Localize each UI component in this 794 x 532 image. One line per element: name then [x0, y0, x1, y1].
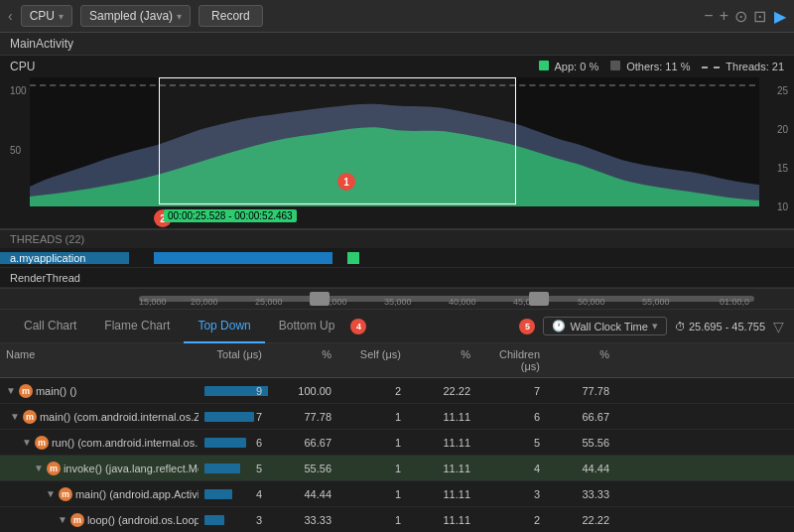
expand-arrow-3[interactable]: ▼ [34, 463, 44, 473]
sample-arrow-icon: ▾ [177, 11, 182, 22]
row-4-self-pct: 11.11 [407, 486, 476, 502]
main-activity-label: MainActivity [10, 37, 73, 51]
annotation-badge-1: 1 [337, 173, 355, 191]
total-bar-1 [204, 412, 254, 422]
table-row[interactable]: ▼ m main() (android.app.ActivityThread) … [0, 481, 794, 507]
row-5-children-pct: 22.22 [546, 512, 615, 528]
row-1-total-pct: 77.78 [268, 409, 337, 425]
row-5-self-pct: 11.11 [407, 512, 476, 528]
legend-threads: Threads: 21 [702, 61, 784, 72]
play-icon[interactable]: ▶ [774, 7, 786, 26]
row-0-total: 9 [198, 383, 268, 399]
tabs-row: Call Chart Flame Chart Top Down Bottom U… [0, 310, 794, 343]
table-row[interactable]: ▼ m main() (com.android.internal.os.Zygo… [0, 404, 794, 430]
ruler-tick-7: 50,000 [578, 297, 605, 307]
app-color-dot [539, 61, 549, 70]
tab-bottom-up[interactable]: Bottom Up [265, 310, 349, 343]
cpu-dropdown-label: CPU [30, 9, 55, 23]
ruler-tick-5: 40,000 [449, 297, 476, 307]
zoom-in-icon[interactable]: + [720, 7, 728, 25]
annotation-badge-4: 4 [350, 319, 366, 334]
top-bar: ‹ CPU ▾ Sampled (Java) ▾ Record − + ⊙ ⊡ … [0, 0, 794, 33]
sample-method-dropdown[interactable]: Sampled (Java) ▾ [80, 5, 191, 27]
threads-section: THREADS (22) a.myapplication RenderThrea… [0, 229, 794, 288]
total-bar-5 [204, 515, 224, 525]
clock-filter: 🕐 Wall Clock Time ▾ ⏱ 25.695 - 45.755 ▽ [543, 317, 784, 335]
right-nums: 25 20 15 10 5 [777, 85, 788, 229]
row-1-total: 7 [198, 409, 268, 425]
row-3-name: ▼ m invoke() (java.lang.reflect.Method) … [0, 459, 198, 478]
bottom-section: Call Chart Flame Chart Top Down Bottom U… [0, 310, 794, 532]
col-children-header: Children (μs) [476, 346, 546, 374]
m-badge-0: m [19, 384, 33, 398]
row-4-self: 1 [337, 486, 407, 502]
fit-icon[interactable]: ⊙ [734, 7, 747, 26]
ruler-tick-3: 30,000 [320, 297, 347, 307]
row-5-total: 3 [198, 512, 268, 528]
row-2-name: ▼ m run() (com.android.internal.os.Runti… [0, 434, 198, 452]
layout-icon[interactable]: ⊡ [753, 7, 766, 26]
row-3-self: 1 [337, 461, 407, 476]
col-children-pct-header: % [546, 346, 615, 374]
wall-clock-dropdown[interactable]: 🕐 Wall Clock Time ▾ [543, 317, 666, 335]
row-0-name: ▼ m main() () [0, 382, 198, 400]
timeline-ruler: 15,000 20,000 25,000 30,000 35,000 40,00… [0, 288, 794, 310]
legend-app: App: 0 % [539, 61, 598, 72]
row-0-self: 2 [337, 383, 407, 399]
row-5-self: 1 [337, 512, 407, 528]
expand-arrow-0[interactable]: ▼ [6, 385, 16, 396]
cpu-label: CPU [10, 60, 35, 73]
tab-flame-chart[interactable]: Flame Chart [90, 310, 184, 343]
row-3-total: 5 [198, 461, 268, 476]
total-bar-4 [204, 489, 232, 499]
cpu-dropdown[interactable]: CPU ▾ [21, 5, 72, 27]
ruler-tick-4: 35,000 [384, 297, 412, 307]
row-3-children-pct: 44.44 [546, 461, 615, 476]
col-name-header: Name [0, 346, 198, 374]
row-4-name: ▼ m main() (android.app.ActivityThread) [0, 485, 198, 503]
row-5-name: ▼ m loop() (android.os.Looper) [0, 511, 198, 529]
row-4-total-pct: 44.44 [268, 486, 337, 502]
back-arrow-icon[interactable]: ‹ [8, 8, 13, 24]
expand-arrow-5[interactable]: ▼ [58, 514, 67, 525]
ruler-tick-8: 55,000 [642, 297, 670, 307]
row-5-children: 2 [476, 512, 546, 528]
threads-dash-icon [702, 66, 720, 68]
zoom-out-icon[interactable]: − [704, 7, 713, 25]
others-color-dot [610, 61, 620, 70]
table-row[interactable]: ▼ m loop() (android.os.Looper) 3 33.33 1… [0, 507, 794, 532]
row-0-children: 7 [476, 383, 546, 399]
expand-arrow-1[interactable]: ▼ [10, 411, 20, 422]
expand-arrow-2[interactable]: ▼ [22, 437, 32, 448]
table-row[interactable]: ▼ m run() (com.android.internal.os.Runti… [0, 430, 794, 456]
row-1-self: 1 [337, 409, 407, 425]
record-button[interactable]: Record [198, 5, 263, 27]
clock-icon: 🕐 [552, 320, 566, 332]
row-4-total: 4 [198, 486, 268, 502]
total-bar-2 [204, 438, 246, 448]
m-badge-4: m [59, 487, 72, 501]
cpu-dropdown-arrow-icon: ▾ [59, 11, 64, 22]
ruler-tick-0: 15,000 [139, 297, 167, 307]
annotation-badge-5: 5 [519, 319, 535, 334]
thread-bar-app [129, 248, 794, 267]
m-badge-2: m [35, 436, 49, 450]
tab-top-down[interactable]: Top Down [184, 310, 264, 343]
row-1-children: 6 [476, 409, 546, 425]
m-badge-3: m [47, 462, 61, 475]
table-row[interactable]: ▼ m main() () 9 100.00 2 22.22 7 77.78 [0, 378, 794, 404]
thread-name-app: a.myapplication [0, 252, 129, 264]
row-1-self-pct: 11.11 [407, 409, 476, 425]
table-row[interactable]: ▼ m invoke() (java.lang.reflect.Method) … [0, 456, 794, 481]
m-badge-5: m [70, 513, 84, 527]
expand-arrow-4[interactable]: ▼ [46, 488, 56, 499]
ruler-tick-1: 20,000 [191, 297, 218, 307]
filter-icon[interactable]: ▽ [773, 319, 784, 334]
ruler-tick-6: 45,000 [513, 297, 541, 307]
time-range-label: ⏱ 25.695 - 45.755 [675, 321, 765, 332]
row-3-total-pct: 55.56 [268, 461, 337, 476]
sample-method-label: Sampled (Java) [89, 9, 173, 23]
tab-call-chart[interactable]: Call Chart [10, 310, 90, 343]
row-3-children: 4 [476, 461, 546, 476]
cpu-chart [30, 77, 759, 206]
